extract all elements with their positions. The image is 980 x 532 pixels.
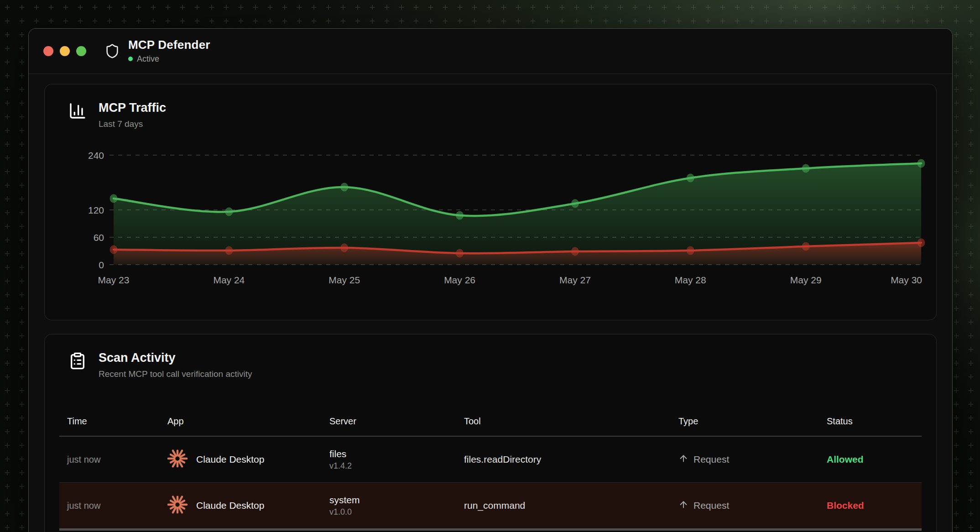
shield-icon — [104, 43, 120, 59]
bar-chart-icon — [68, 102, 87, 122]
svg-text:0: 0 — [99, 260, 104, 270]
column-header-status: Status — [819, 416, 922, 427]
type-cell: Request — [671, 454, 819, 466]
app-name: Claude Desktop — [196, 500, 264, 511]
column-header-type: Type — [671, 416, 819, 427]
svg-text:60: 60 — [94, 232, 104, 243]
svg-text:240: 240 — [88, 150, 104, 161]
status-badge: Allowed — [819, 454, 922, 465]
svg-text:May 28: May 28 — [675, 275, 706, 285]
window-titlebar: MCP Defender Active — [29, 29, 952, 74]
scan-card-header: Scan Activity Recent MCP tool call verif… — [45, 334, 936, 379]
svg-text:120: 120 — [88, 205, 104, 215]
table-header-row: Time App Server Tool Type Status — [59, 407, 922, 437]
claude-logo-icon — [167, 449, 188, 471]
app-name: Claude Desktop — [196, 454, 264, 465]
protection-status: Active — [128, 54, 210, 64]
window-controls — [43, 46, 86, 56]
server-cell: files v1.4.2 — [322, 448, 456, 471]
arrow-up-icon — [678, 454, 688, 466]
scan-card-title: Scan Activity — [99, 351, 252, 365]
tool-name: run_command — [456, 500, 671, 511]
column-header-server: Server — [322, 416, 456, 427]
column-header-time: Time — [59, 416, 160, 427]
server-name: files — [329, 448, 456, 459]
minimize-window-button[interactable] — [60, 46, 70, 56]
svg-text:May 27: May 27 — [559, 275, 591, 285]
main-content: MCP Traffic Last 7 days 060120240May 23M… — [29, 74, 952, 532]
claude-logo-icon — [167, 495, 188, 517]
table-bottom-divider — [59, 528, 922, 531]
type-label: Request — [693, 454, 729, 465]
active-status-label: Active — [137, 54, 159, 64]
svg-text:May 25: May 25 — [328, 275, 360, 285]
clipboard-list-icon — [68, 352, 87, 372]
traffic-card-header: MCP Traffic Last 7 days — [45, 84, 936, 129]
scan-card-subtitle: Recent MCP tool call verification activi… — [99, 369, 252, 379]
traffic-card-title: MCP Traffic — [99, 101, 166, 115]
server-cell: system v1.0.0 — [322, 494, 456, 517]
table-row[interactable]: just now Claude Desktop system v1.0.0 ru… — [59, 483, 922, 528]
svg-text:May 29: May 29 — [790, 275, 822, 285]
time-value: just now — [59, 501, 160, 511]
svg-text:May 23: May 23 — [98, 275, 130, 285]
status-badge: Blocked — [819, 500, 922, 511]
svg-text:May 26: May 26 — [444, 275, 475, 285]
mcp-traffic-card: MCP Traffic Last 7 days 060120240May 23M… — [44, 84, 937, 320]
close-window-button[interactable] — [43, 46, 53, 56]
table-row[interactable]: just now Claude Desktop files v1.4.2 fil… — [59, 437, 922, 483]
server-version: v1.4.2 — [329, 461, 456, 471]
tool-name: files.readDirectory — [456, 454, 671, 465]
app-window: MCP Defender Active MCP Traffic Last 7 d… — [28, 28, 953, 532]
svg-text:May 24: May 24 — [213, 275, 245, 285]
server-version: v1.0.0 — [329, 507, 456, 517]
traffic-chart: 060120240May 23May 24May 25May 26May 27M… — [45, 148, 937, 299]
column-header-app: App — [160, 416, 322, 427]
column-header-tool: Tool — [456, 416, 671, 427]
time-value: just now — [59, 454, 160, 465]
active-status-dot-icon — [128, 57, 133, 61]
scan-activity-table: Time App Server Tool Type Status just no… — [59, 407, 922, 531]
traffic-card-subtitle: Last 7 days — [99, 119, 166, 129]
arrow-up-icon — [678, 500, 688, 512]
server-name: system — [329, 494, 456, 506]
zoom-window-button[interactable] — [76, 46, 86, 56]
app-cell: Claude Desktop — [160, 495, 322, 517]
svg-text:May 30: May 30 — [891, 275, 922, 285]
type-cell: Request — [671, 500, 819, 512]
app-cell: Claude Desktop — [160, 449, 322, 471]
type-label: Request — [693, 500, 729, 511]
scan-activity-card: Scan Activity Recent MCP tool call verif… — [44, 334, 937, 532]
window-title: MCP Defender — [128, 38, 210, 52]
